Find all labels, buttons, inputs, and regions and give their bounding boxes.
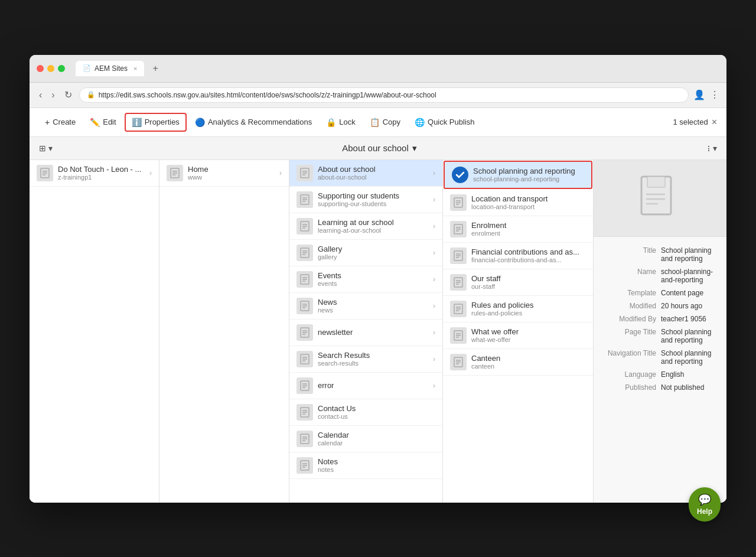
analytics-button[interactable]: 🔵 Analytics & Recommendations [189,114,318,131]
col-item-sub: location-and-transport [471,203,586,210]
col-item-sub: contact-us [318,413,435,420]
detail-row-modified-by: Modified By teacher1 9056 [603,315,717,323]
page-title-label: Page Title [603,328,656,344]
col-item-title: About our school [318,165,428,174]
list-item[interactable]: News news › [289,293,442,320]
col-item-title: News [318,298,428,307]
page-icon [296,431,313,447]
detail-row-modified: Modified 20 hours ago [603,302,717,310]
view-toggle[interactable]: ⊞ ▾ [39,144,53,153]
list-item[interactable]: Do Not Touch - Leon - ... z-trainingp1 › [30,160,159,187]
list-item[interactable]: Our staff our-staff [443,269,593,296]
col-item-text: error [318,381,428,390]
list-item[interactable]: Learning at our school learning-at-our-s… [289,213,442,240]
back-button[interactable]: ‹ [37,89,44,102]
list-item[interactable]: Notes notes [289,452,442,479]
list-item[interactable]: Enrolment enrolment [443,216,593,243]
profile-icon[interactable]: 👤 [693,89,705,100]
list-item[interactable]: Contact Us contact-us [289,399,442,426]
url-text: https://edit.sws.schools.nsw.gov.au/site… [99,91,436,99]
edit-label: Edit [103,118,116,126]
browser-tab[interactable]: 📄 AEM Sites × [76,61,144,76]
lock-button[interactable]: 🔒 Lock [320,114,361,131]
help-chat-icon: 💬 [698,493,711,506]
url-bar[interactable]: 🔒 https://edit.sws.schools.nsw.gov.au/si… [79,87,689,103]
help-button[interactable]: 💬 Help [689,487,721,522]
list-item[interactable]: About our school about-our-school › [289,160,442,187]
col-item-title: Location and transport [471,194,586,203]
column-view-icon: ⫶ [706,144,711,153]
address-bar: ‹ › ↻ 🔒 https://edit.sws.schools.nsw.gov… [30,83,726,108]
quick-publish-label: Quick Publish [428,118,474,126]
reload-button[interactable]: ↻ [62,88,74,102]
tab-close-button[interactable]: × [133,65,137,72]
detail-row-title: Title School planning and reporting [603,246,717,263]
column-2: Home www › [159,160,289,503]
column-toggle[interactable]: ⫶ ▾ [706,144,717,153]
selected-count: 1 selected [673,118,708,126]
list-item[interactable]: What we offer what-we-offer [443,323,593,349]
quick-publish-button[interactable]: 🌐 Quick Publish [409,114,480,131]
copy-label: Copy [383,118,400,126]
close-traffic-light[interactable] [37,65,44,72]
col-item-text: About our school about-our-school [318,165,428,181]
edit-button[interactable]: ✏️ Edit [84,114,122,131]
new-tab-button[interactable]: + [152,63,158,74]
list-item[interactable]: Home www › [159,160,289,187]
list-item[interactable]: Financial contributions and as... financ… [443,243,593,269]
col-item-title: Search Results [318,351,428,360]
list-item[interactable]: Search Results search-results › [289,346,442,373]
list-item[interactable]: Location and transport location-and-tran… [443,190,593,216]
column-4: School planning and reporting school-pla… [443,160,594,503]
lock-icon: 🔒 [87,91,95,99]
forward-button[interactable]: › [49,89,57,102]
arrow-icon: › [433,249,435,257]
list-item[interactable]: Calendar calendar [289,426,442,452]
detail-row-nav-title: Navigation Title School planning and rep… [603,349,717,366]
detail-row-name: Name school-planning-and-reporting [603,268,717,284]
deselect-button[interactable]: × [712,117,717,128]
svg-rect-85 [647,177,665,187]
col-item-sub: z-trainingp1 [58,174,145,181]
list-item[interactable]: error › [289,373,442,399]
page-icon [167,165,183,181]
col-item-sub: supporting-our-students [318,200,428,207]
language-label: Language [603,370,656,379]
name-value: school-planning-and-reporting [661,268,717,284]
detail-panel: Title School planning and reporting Name… [594,160,726,503]
col-item-sub: rules-and-policies [471,310,586,317]
lock-label: Lock [339,118,355,126]
list-item[interactable]: newsletter › [289,320,442,346]
col-item-title: What we offer [471,327,586,336]
list-item[interactable]: Supporting our students supporting-our-s… [289,187,442,213]
col-item-title: Gallery [318,245,428,253]
check-icon [452,167,468,183]
breadcrumb: About our school ▾ [342,143,417,154]
copy-button[interactable]: 📋 Copy [364,114,406,131]
list-item[interactable]: Gallery gallery › [289,240,442,266]
toolbar: + Create ✏️ Edit ℹ️ Properties 🔵 Analyti… [30,108,726,137]
col-item-sub: about-our-school [318,174,428,181]
detail-properties: Title School planning and reporting Name… [594,237,726,406]
col-item-text: Do Not Touch - Leon - ... z-trainingp1 [58,165,145,181]
page-icon [296,218,313,234]
menu-icon[interactable]: ⋮ [710,89,719,100]
list-item[interactable]: Rules and policies rules-and-policies [443,296,593,323]
help-label: Help [697,507,712,516]
breadcrumb-chevron[interactable]: ▾ [412,143,417,154]
list-item[interactable]: Canteen canteen [443,349,593,376]
page-icon [296,245,313,261]
properties-button[interactable]: ℹ️ Properties [125,113,187,132]
minimize-traffic-light[interactable] [47,65,54,72]
modified-label: Modified [603,302,656,310]
create-button[interactable]: + Create [39,114,82,131]
page-icon [450,247,467,264]
col-item-title: Learning at our school [318,218,428,227]
arrow-icon: › [433,355,435,363]
col-item-text: Canteen canteen [471,354,586,370]
fullscreen-traffic-light[interactable] [58,65,65,72]
col-item-title: School planning and reporting [473,167,584,175]
list-item-selected[interactable]: School planning and reporting school-pla… [444,161,592,189]
list-item[interactable]: Events events › [289,266,442,293]
page-icon [450,301,467,317]
